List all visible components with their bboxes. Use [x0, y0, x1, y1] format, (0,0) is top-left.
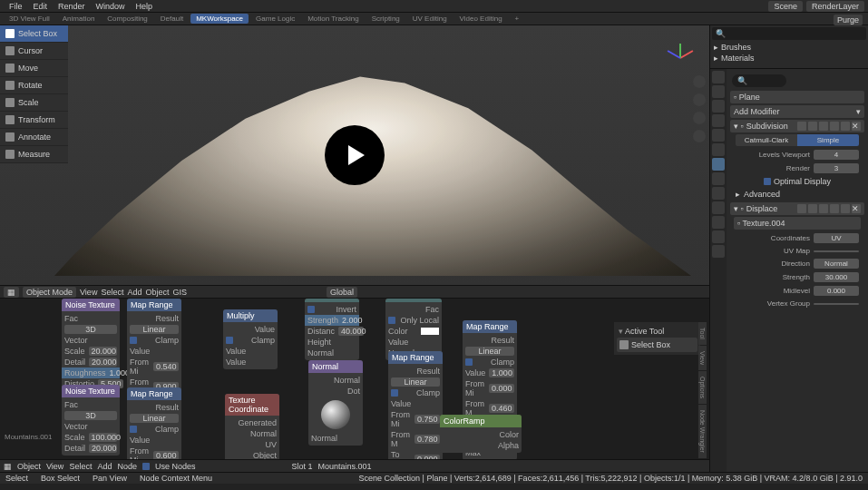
- tool-select-box[interactable]: Select Box: [0, 25, 68, 43]
- texture-selector[interactable]: ▫ Texture.004: [734, 217, 861, 230]
- prop-tab-render[interactable]: [712, 71, 725, 83]
- vp-view-menu[interactable]: View: [80, 288, 97, 297]
- coords-dropdown[interactable]: UV: [814, 233, 859, 243]
- add-workspace-button[interactable]: +: [510, 14, 525, 24]
- workspace-tab-motion-tracking[interactable]: Motion Tracking: [302, 14, 364, 24]
- prop-tab-output[interactable]: [712, 85, 725, 98]
- levels-viewport-input[interactable]: 4: [814, 150, 859, 160]
- vp-select-menu[interactable]: Select: [101, 288, 123, 297]
- n-panel-tabs: ToolViewOptionsNode Wrangler: [698, 322, 707, 458]
- 3d-viewport[interactable]: Select BoxCursorMoveRotateScaleTransform…: [0, 25, 709, 285]
- tool-rotate[interactable]: Rotate: [0, 77, 68, 94]
- renderlayer-selector[interactable]: RenderLayer: [806, 1, 864, 12]
- outliner[interactable]: 🔍 ▸ Brushes ▸ Materials Purge: [710, 25, 868, 69]
- vp-object-menu[interactable]: Object: [145, 288, 169, 297]
- editor-type-icon[interactable]: ▦: [4, 287, 19, 298]
- prop-tab-view[interactable]: [712, 100, 725, 113]
- tool-scale[interactable]: Scale: [0, 94, 68, 112]
- prop-tab-object[interactable]: [712, 143, 725, 156]
- npanel-tab-tool[interactable]: Tool: [698, 322, 707, 345]
- breadcrumb[interactable]: ▫ Plane: [730, 91, 864, 103]
- vertexgroup-input[interactable]: [814, 303, 859, 305]
- menu-file[interactable]: File: [4, 2, 28, 11]
- prop-tab-material[interactable]: [712, 230, 725, 243]
- menu-edit[interactable]: Edit: [28, 2, 54, 11]
- workspace-tab-animation[interactable]: Animation: [57, 14, 101, 24]
- menu-window[interactable]: Window: [91, 2, 131, 11]
- tool-annotate[interactable]: Annotate: [0, 129, 68, 146]
- npanel-tab-view[interactable]: View: [698, 346, 707, 370]
- purge-button[interactable]: Purge: [834, 15, 863, 25]
- node-map-range-3[interactable]: Map Range Result Linear Clamp Value From…: [388, 351, 443, 459]
- menu-help[interactable]: Help: [131, 2, 159, 11]
- zoom-icon[interactable]: [693, 75, 706, 88]
- workspace-tab-game-logic[interactable]: Game Logic: [250, 14, 300, 24]
- ne-select[interactable]: Select: [69, 462, 92, 471]
- prop-tab-world[interactable]: [712, 129, 725, 142]
- workspace-tab-default[interactable]: Default: [155, 14, 189, 24]
- optimal-display-checkbox[interactable]: [764, 178, 771, 185]
- prop-tab-physics[interactable]: [712, 187, 725, 200]
- prop-tab-modifier[interactable]: [712, 158, 725, 171]
- camera-icon[interactable]: [693, 112, 706, 124]
- node-editor[interactable]: Noise Texture Fac 3D Vector Scale20.000 …: [0, 298, 709, 459]
- tool-move[interactable]: Move: [0, 60, 68, 77]
- node-noise-texture-1[interactable]: Noise Texture Fac 3D Vector Scale20.000 …: [62, 299, 120, 391]
- node-map-range-2[interactable]: Map Range Result Linear Clamp Value From…: [127, 387, 181, 459]
- direction-dropdown[interactable]: Normal: [814, 259, 859, 269]
- npanel-tab-node-wrangler[interactable]: Node Wrangler: [698, 405, 707, 458]
- persp-icon[interactable]: [693, 130, 706, 142]
- subdiv-algo-toggle[interactable]: Catmull-ClarkSimple: [736, 134, 859, 146]
- uvmap-dropdown[interactable]: [814, 250, 859, 252]
- ne-node[interactable]: Node: [117, 462, 137, 471]
- workspace-tab-compositing[interactable]: Compositing: [102, 14, 152, 24]
- ne-view[interactable]: View: [46, 462, 63, 471]
- strength-input[interactable]: 30.000: [814, 272, 859, 282]
- workspace-tab-scripting[interactable]: Scripting: [366, 14, 405, 24]
- prop-tab-constraints[interactable]: [712, 201, 725, 214]
- node-texture-coordinate[interactable]: Texture Coordinate Generated Normal UV O…: [225, 394, 279, 459]
- modifier-subdivision-header[interactable]: ▾ ▫ Subdivision ✕: [730, 120, 864, 132]
- midlevel-input[interactable]: 0.000: [814, 286, 859, 296]
- workspace-tab-video-editing[interactable]: Video Editing: [454, 14, 508, 24]
- ne-add[interactable]: Add: [97, 462, 112, 471]
- node-noise-texture-2[interactable]: Noise Texture Fac 3D Vector Scale100.000…: [62, 385, 120, 456]
- property-search[interactable]: 🔍: [732, 74, 786, 87]
- nav-gizmo[interactable]: [662, 34, 698, 71]
- mode-dropdown[interactable]: Object Mode: [23, 287, 76, 298]
- prop-tab-texture[interactable]: [712, 245, 725, 258]
- material-dropdown[interactable]: Mountains.001: [317, 462, 371, 471]
- workspace-tab-mkworkspace[interactable]: MKWorkspace: [190, 14, 249, 24]
- outliner-materials[interactable]: ▸ Materials: [712, 53, 866, 64]
- pan-icon[interactable]: [693, 93, 706, 106]
- editor-type-icon[interactable]: ▦: [4, 462, 12, 471]
- prop-tab-scene[interactable]: [712, 114, 725, 127]
- node-colorramp[interactable]: ColorRamp Color Alpha: [440, 415, 522, 453]
- vp-add-menu[interactable]: Add: [127, 288, 141, 297]
- outliner-brushes[interactable]: ▸ Brushes: [712, 42, 866, 53]
- tool-measure[interactable]: Measure: [0, 146, 68, 163]
- scene-selector[interactable]: Scene: [768, 1, 803, 12]
- node-multiply[interactable]: Multiply Value Clamp Value Value: [223, 309, 278, 369]
- menu-render[interactable]: Render: [53, 2, 91, 11]
- outliner-search[interactable]: 🔍: [712, 27, 866, 40]
- node-mix[interactable]: Invert Strength2.000 Distanc40.000 Heigh…: [305, 299, 359, 360]
- object-dropdown[interactable]: Object: [17, 462, 41, 471]
- prop-tab-particles[interactable]: [712, 172, 725, 185]
- workspace-tab-uv-editing[interactable]: UV Editing: [407, 14, 453, 24]
- tool-cursor[interactable]: Cursor: [0, 43, 68, 60]
- vp-gis-menu[interactable]: GIS: [172, 288, 187, 297]
- slot-dropdown[interactable]: Slot 1: [291, 462, 312, 471]
- play-button[interactable]: [325, 125, 385, 185]
- workspace-tab-3d-view-full[interactable]: 3D View Full: [4, 14, 55, 24]
- active-tool-button[interactable]: Select Box: [617, 338, 697, 352]
- modifier-displace-header[interactable]: ▾ ▫ Displace ✕: [730, 202, 864, 215]
- node-normal[interactable]: Normal Normal Dot Normal: [308, 360, 363, 446]
- prop-tab-data[interactable]: [712, 216, 725, 229]
- add-modifier-dropdown[interactable]: Add Modifier▾: [730, 105, 864, 118]
- tool-transform[interactable]: Transform: [0, 112, 68, 129]
- orientation-dropdown[interactable]: Global: [327, 287, 357, 298]
- use-nodes-checkbox[interactable]: [142, 463, 150, 470]
- levels-render-input[interactable]: 3: [814, 163, 859, 173]
- npanel-tab-options[interactable]: Options: [698, 371, 707, 404]
